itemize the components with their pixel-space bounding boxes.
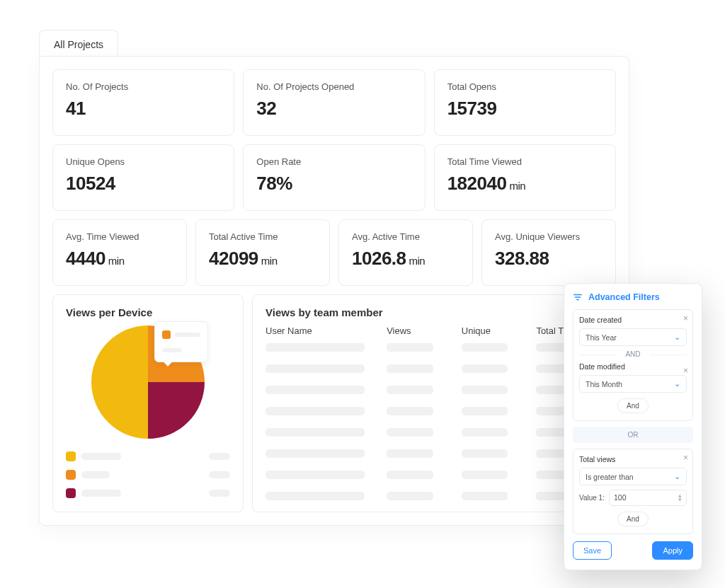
table-row [266,407,603,415]
panel-title: Views per Device [66,306,230,318]
filter-block-date-created: × Date created This Year ⌄ AND Date modi… [573,309,693,421]
close-icon[interactable]: × [683,314,688,323]
filter-label: Date created [579,316,687,324]
filter-label: Date modified [579,362,687,371]
chevron-down-icon: ⌄ [674,333,680,342]
metric-label: No. Of Projects Opened [256,81,411,92]
table-row [266,364,603,373]
metric-value: 10524 [66,173,221,195]
filters-header: Advanced Filters [573,292,693,302]
metric-label: Avg. Time Viewed [66,231,173,242]
table-row [266,386,603,394]
pie-chart [66,325,230,439]
tooltip-swatch-icon [162,330,171,339]
and-button[interactable]: And [617,398,649,413]
metric-avg-active-time: Avg. Active Time 1026.8min [338,219,473,286]
metric-value: 78% [256,173,411,195]
chart-legend [66,451,230,498]
or-separator: OR [573,427,693,443]
panel-views-by-team-member: Views by team member User Name Views Uni… [252,294,616,512]
table-row [266,449,603,458]
table-row [266,343,603,352]
metric-value: 328.88 [495,248,603,270]
legend-item [66,451,230,461]
panel-title: Views by team member [266,306,603,318]
table-row [266,471,603,479]
close-icon[interactable]: × [683,454,688,462]
value-input[interactable]: 100 ▴▾ [609,490,687,506]
filters-title: Advanced Filters [588,292,660,302]
legend-item [66,470,230,480]
metric-avg-time-viewed: Avg. Time Viewed 4440min [52,219,187,286]
save-button[interactable]: Save [573,541,612,560]
col-unique: Unique [462,325,528,336]
chevron-down-icon: ⌄ [674,472,680,481]
metric-value: 1026.8min [352,248,459,270]
metric-open-rate: Open Rate 78% [243,144,425,211]
filter-icon [573,292,583,302]
close-icon[interactable]: × [683,367,688,375]
metric-value: 4440min [66,248,173,270]
dashboard-card: No. Of Projects 41 No. Of Projects Opene… [39,56,629,526]
col-views: Views [387,325,453,336]
metric-label: Unique Opens [66,156,221,167]
number-spinner-icon[interactable]: ▴▾ [678,493,682,502]
metric-value: 32 [256,98,411,120]
legend-swatch-icon [66,451,76,461]
metric-unique-opens: Unique Opens 10524 [52,144,234,211]
advanced-filters-panel: Advanced Filters × Date created This Yea… [564,283,702,570]
metric-total-active-time: Total Active Time 42099min [195,219,330,286]
metric-total-time-viewed: Total Time Viewed 182040min [434,144,616,211]
metric-total-opens: Total Opens 15739 [434,69,616,136]
and-divider: AND [579,350,687,358]
and-button[interactable]: And [617,512,649,526]
select-date-created[interactable]: This Year ⌄ [579,328,687,346]
legend-item [66,488,230,498]
value-label: Value 1: [579,494,605,502]
select-date-modified[interactable]: This Month ⌄ [579,375,687,393]
metric-label: Open Rate [256,156,411,167]
table-row [266,492,603,500]
table-row [266,428,603,437]
metric-avg-unique-viewers: Avg. Unique Viewers 328.88 [481,219,616,286]
metric-label: Avg. Unique Viewers [495,231,603,242]
chevron-down-icon: ⌄ [674,379,680,388]
metric-label: Total Active Time [209,231,316,242]
legend-swatch-icon [66,470,76,480]
metric-value: 15739 [447,98,603,120]
legend-swatch-icon [66,488,76,498]
filter-block-total-views: × Total views Is greater than ⌄ Value 1:… [573,449,693,534]
select-operator[interactable]: Is greater than ⌄ [579,468,687,485]
metric-label: Total Opens [447,81,603,92]
metric-label: No. Of Projects [66,81,221,92]
chart-tooltip [154,321,208,362]
apply-button[interactable]: Apply [652,541,693,560]
metric-no-of-projects-opened: No. Of Projects Opened 32 [243,69,425,136]
metric-label: Avg. Active Time [352,231,459,242]
table-header: User Name Views Unique Total Tim [266,325,603,336]
panel-views-per-device: Views per Device [52,294,244,512]
metric-no-of-projects: No. Of Projects 41 [52,69,234,136]
metric-value: 41 [66,98,221,120]
metric-value: 182040min [447,173,603,195]
filter-label: Total views [579,455,687,463]
col-user-name: User Name [266,325,378,336]
metric-value: 42099min [209,248,316,270]
metric-label: Total Time Viewed [447,156,603,167]
tab-all-projects[interactable]: All Projects [39,30,118,59]
